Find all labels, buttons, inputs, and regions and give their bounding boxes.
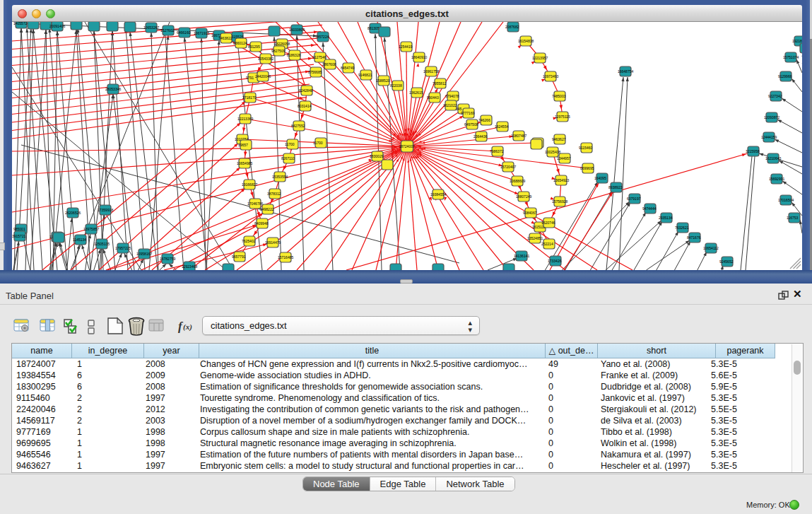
svg-text:15716485: 15716485	[278, 255, 293, 259]
svg-text:10025438: 10025438	[545, 150, 560, 154]
svg-text:16782759: 16782759	[160, 257, 175, 261]
svg-text:19384554: 19384554	[430, 192, 446, 197]
svg-text:13654923: 13654923	[553, 178, 569, 182]
svg-text:15720407: 15720407	[500, 165, 516, 169]
svg-text:13226058: 13226058	[274, 42, 290, 46]
svg-text:6794078: 6794078	[445, 94, 459, 98]
svg-text:1830029: 1830029	[370, 154, 384, 158]
svg-text:9827509: 9827509	[271, 49, 286, 53]
svg-text:1733426: 1733426	[548, 259, 562, 263]
svg-text:9084067: 9084067	[523, 211, 537, 215]
svg-text:7986372: 7986372	[490, 149, 504, 153]
svg-text:1145134: 1145134	[73, 238, 86, 242]
svg-text:116753: 116753	[787, 216, 799, 220]
svg-text:16914479: 16914479	[265, 240, 281, 245]
svg-text:8267110: 8267110	[281, 156, 295, 160]
svg-text:8031414: 8031414	[298, 104, 312, 108]
svg-text:822038: 822038	[390, 83, 402, 88]
svg-text:11700: 11700	[313, 141, 323, 145]
svg-text:9127546: 9127546	[312, 55, 326, 59]
svg-text:9657791: 9657791	[232, 255, 246, 259]
svg-text:19166827: 19166827	[242, 182, 257, 187]
svg-text:7463822: 7463822	[218, 36, 233, 40]
svg-text:12213957: 12213957	[532, 56, 548, 60]
svg-text:11700: 11700	[285, 142, 295, 146]
svg-text:6466160: 6466160	[177, 30, 191, 35]
svg-text:1621022: 1621022	[443, 103, 457, 107]
svg-text:10653267: 10653267	[143, 25, 159, 30]
svg-text:12213369: 12213369	[237, 117, 253, 121]
svg-text:2364436: 2364436	[473, 134, 488, 139]
svg-text:8454749: 8454749	[341, 66, 355, 70]
svg-text:12505135: 12505135	[94, 242, 110, 246]
svg-text:16961758: 16961758	[423, 69, 439, 74]
svg-text:9777169: 9777169	[461, 111, 475, 115]
svg-text:17359918: 17359918	[98, 208, 113, 212]
svg-text:3215958: 3215958	[746, 149, 760, 153]
svg-text:1620746: 1620746	[541, 221, 555, 225]
svg-text:6379197: 6379197	[627, 197, 641, 201]
svg-text:7485003: 7485003	[552, 94, 566, 98]
svg-text:(x): (x)	[183, 322, 192, 332]
svg-text:990443: 990443	[427, 95, 439, 100]
svg-text:10688609: 10688609	[510, 179, 525, 183]
svg-text:28053346: 28053346	[105, 87, 121, 91]
svg-text:12923468: 12923468	[182, 264, 197, 269]
svg-text:18724007: 18724007	[399, 144, 415, 148]
svg-text:8660124: 8660124	[233, 41, 247, 45]
svg-text:1527602: 1527602	[160, 28, 175, 33]
svg-text:746266: 746266	[478, 118, 490, 122]
svg-text:19657: 19657	[238, 143, 248, 147]
svg-text:16648754: 16648754	[618, 69, 633, 74]
svg-text:1588520: 1588520	[376, 78, 390, 83]
svg-text:8242848: 8242848	[299, 88, 313, 93]
svg-text:15353594: 15353594	[272, 175, 288, 179]
svg-text:10543382: 10543382	[258, 57, 273, 61]
svg-text:10958167: 10958167	[136, 252, 152, 256]
svg-text:15751074: 15751074	[783, 55, 799, 59]
svg-text:1362615: 1362615	[409, 90, 423, 95]
svg-text:2087682: 2087682	[505, 25, 519, 29]
svg-text:9474444: 9474444	[642, 206, 657, 211]
svg-text:9129966: 9129966	[778, 74, 792, 78]
svg-text:2935134: 2935134	[659, 216, 673, 220]
svg-text:10671915: 10671915	[194, 31, 209, 35]
svg-text:18640910: 18640910	[411, 55, 427, 59]
svg-text:24420046: 24420046	[255, 74, 271, 78]
svg-text:1624554: 1624554	[495, 124, 509, 129]
svg-text:12975115: 12975115	[555, 115, 570, 119]
svg-text:8186328: 8186328	[287, 53, 301, 57]
svg-text:15692991: 15692991	[769, 177, 784, 181]
svg-text:10654112: 10654112	[703, 246, 719, 250]
svg-text:20091406: 20091406	[49, 24, 65, 28]
svg-text:13524851: 13524851	[527, 236, 543, 240]
svg-text:13975857: 13975857	[83, 227, 99, 231]
svg-text:26206526: 26206526	[65, 211, 81, 215]
svg-text:15756928: 15756928	[552, 199, 567, 204]
svg-text:9791: 9791	[246, 76, 254, 80]
svg-text:16154838: 16154838	[518, 39, 534, 43]
svg-text:164095: 164095	[594, 176, 606, 180]
svg-text:8409948: 8409948	[254, 221, 269, 226]
svg-text:17016504: 17016504	[778, 198, 794, 202]
svg-text:17957225: 17957225	[115, 246, 131, 250]
svg-text:17046786: 17046786	[247, 201, 263, 206]
svg-text:252214: 252214	[541, 242, 553, 246]
svg-text:2867608: 2867608	[322, 62, 336, 66]
svg-text:9115460: 9115460	[579, 146, 592, 150]
svg-text:10654985: 10654985	[237, 161, 252, 165]
svg-text:14055724: 14055724	[13, 22, 29, 25]
svg-text:8938923: 8938923	[608, 185, 623, 189]
svg-text:10973493: 10973493	[543, 74, 558, 78]
svg-text:16033809: 16033809	[289, 28, 305, 32]
svg-text:8427552: 8427552	[291, 124, 305, 128]
svg-text:891295: 891295	[248, 45, 260, 49]
svg-text:18807249: 18807249	[516, 194, 531, 199]
svg-text:6497508: 6497508	[464, 122, 478, 127]
svg-text:5498222: 5498222	[260, 207, 274, 211]
svg-text:8471676: 8471676	[687, 235, 701, 240]
svg-text:985001: 985001	[13, 227, 25, 231]
svg-text:7625402: 7625402	[242, 239, 256, 243]
svg-text:12093872: 12093872	[764, 115, 779, 119]
svg-text:1254419: 1254419	[399, 45, 413, 49]
